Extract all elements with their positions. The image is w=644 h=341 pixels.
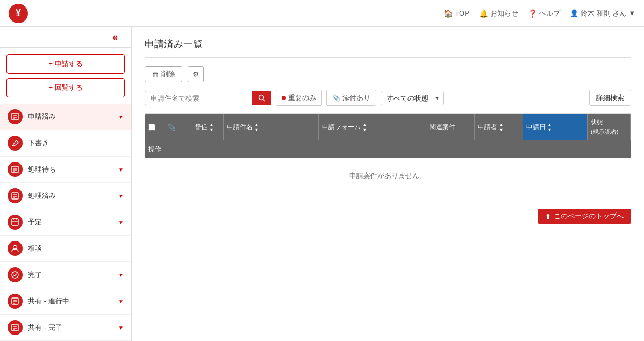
select-all-checkbox[interactable] <box>148 124 155 131</box>
sidebar-item-consult[interactable]: 相談 <box>0 236 131 262</box>
search-input-wrap <box>145 91 271 105</box>
important-dot-icon <box>282 96 286 100</box>
header-right: 🏠 TOP 🔔 お知らせ ❓ ヘルプ 👤 鈴木 和則 さん ▼ <box>443 9 635 18</box>
shared-progress-icon <box>8 294 23 309</box>
sidebar-item-draft-label: 下書き <box>28 138 124 148</box>
nav-help[interactable]: ❓ ヘルプ <box>528 9 560 18</box>
sidebar-collapse-button[interactable]: « <box>108 30 123 45</box>
table-body: 申請案件がありません。 <box>145 158 631 194</box>
status-select[interactable]: すべての状態 処理中 承認済み 差戻し 取下げ <box>381 91 444 105</box>
sidebar-item-pending[interactable]: 処理待ち ▼ <box>0 157 131 183</box>
action-label: 操作 <box>148 145 161 154</box>
user-menu[interactable]: 👤 鈴木 和則 さん ▼ <box>570 9 635 18</box>
sidebar-item-draft[interactable]: 下書き <box>0 130 131 157</box>
date-label: 申請日 <box>526 123 546 132</box>
sidebar-item-processed[interactable]: 処理済み ▼ <box>0 183 131 209</box>
home-icon: 🏠 <box>443 9 453 18</box>
sidebar-item-applied[interactable]: 申請済み ▼ <box>0 104 131 130</box>
sidebar-nav: 申請済み ▼ 下書き 処理待ち ▼ 処理済み <box>0 104 131 341</box>
sidebar-item-pending-label: 処理待ち <box>28 165 113 174</box>
sidebar-item-scheduled[interactable]: 予定 ▼ <box>0 209 131 236</box>
bell-icon: 🔔 <box>479 9 488 18</box>
sidebar-item-consult-label: 相談 <box>28 244 124 253</box>
shared-complete-icon <box>8 320 23 335</box>
settings-button[interactable]: ⚙ <box>188 66 204 82</box>
search-icon <box>258 94 266 102</box>
main-content: 申請済み一覧 🗑 削除 ⚙ <box>132 27 644 341</box>
sidebar: « + 申請する + 回覧する 申請済み ▼ 下書き <box>0 27 132 341</box>
th-related: 関連案件 <box>426 114 475 140</box>
search-input[interactable] <box>145 91 252 105</box>
date-sort-icon: ▲▼ <box>547 123 552 132</box>
question-icon: ❓ <box>528 9 537 18</box>
app-logo: ¥ <box>9 4 28 23</box>
title-divider <box>145 57 631 58</box>
processed-icon <box>8 188 23 203</box>
sidebar-item-complete[interactable]: 完了 ▼ <box>0 262 131 288</box>
name-label: 申請件名 <box>227 123 253 132</box>
table-header: 📎 督促 ▲▼ 申請件名 ▲▼ 申請フォーム ▲▼ 関連案件 <box>145 114 631 158</box>
form-label: 申請フォーム <box>322 123 361 132</box>
remind-sort-icon: ▲▼ <box>209 123 214 132</box>
applied-icon <box>8 109 23 124</box>
sidebar-item-shared-complete[interactable]: 共有 - 完了 ▼ <box>0 315 131 341</box>
nav-notifications-label: お知らせ <box>490 9 518 18</box>
pending-arrow-icon: ▼ <box>118 167 124 173</box>
back-to-top-link[interactable]: ⬆ このページのトップへ <box>538 209 631 224</box>
back-to-top-label: このページのトップへ <box>554 211 624 221</box>
applicant-label: 申請者 <box>478 123 497 132</box>
nav-notifications[interactable]: 🔔 お知らせ <box>479 9 518 18</box>
user-icon: 👤 <box>570 9 578 17</box>
shared-progress-arrow-icon: ▼ <box>118 299 124 304</box>
nav-top-label: TOP <box>455 9 469 17</box>
user-name: 鈴木 和則 さん <box>581 9 626 18</box>
svg-point-18 <box>12 272 18 278</box>
processed-arrow-icon: ▼ <box>118 193 124 199</box>
header: ¥ 🏠 TOP 🔔 お知らせ ❓ ヘルプ 👤 鈴木 和則 さん ▼ <box>0 0 644 27</box>
applicant-sort-icon: ▲▼ <box>499 123 504 132</box>
form-sort-icon: ▲▼ <box>362 123 367 132</box>
svg-line-28 <box>263 100 266 102</box>
important-only-label: 重要のみ <box>288 93 316 103</box>
important-only-button[interactable]: 重要のみ <box>276 90 322 106</box>
trash-icon: 🗑 <box>152 70 159 79</box>
applied-arrow-icon: ▼ <box>118 114 124 120</box>
th-date[interactable]: 申請日 ▲▼ <box>523 114 588 140</box>
detail-search-button[interactable]: 詳細検索 <box>589 90 631 106</box>
th-form[interactable]: 申請フォーム ▲▼ <box>319 114 426 140</box>
scheduled-arrow-icon: ▼ <box>118 219 124 225</box>
back-to-top-wrap: ⬆ このページのトップへ <box>145 209 631 224</box>
pending-icon <box>8 162 23 177</box>
scheduled-icon <box>8 215 23 230</box>
th-applicant[interactable]: 申請者 ▲▼ <box>475 114 523 140</box>
th-remind[interactable]: 督促 ▲▼ <box>191 114 224 140</box>
gear-icon: ⚙ <box>192 70 199 79</box>
back-to-top-icon: ⬆ <box>545 212 551 221</box>
search-bar: 重要のみ 📎 添付あり すべての状態 処理中 承認済み 差戻し 取下げ ▼ 詳細… <box>145 90 631 106</box>
status-label: 状態 <box>591 118 603 126</box>
sidebar-item-shared-progress[interactable]: 共有 - 進行中 ▼ <box>0 288 131 315</box>
sidebar-item-shared-progress-label: 共有 - 進行中 <box>28 296 113 306</box>
th-action: 操作 <box>145 140 164 158</box>
nav-help-label: ヘルプ <box>539 9 560 18</box>
complete-arrow-icon: ▼ <box>118 272 124 278</box>
delete-label: 削除 <box>161 69 175 79</box>
status-sublabel: (現承認者) <box>591 128 618 136</box>
search-button[interactable] <box>252 91 271 105</box>
consult-icon <box>8 241 23 256</box>
name-sort-icon: ▲▼ <box>254 123 259 132</box>
sidebar-header: « <box>0 27 131 48</box>
complete-icon <box>8 267 23 282</box>
sidebar-buttons: + 申請する + 回覧する <box>0 48 131 104</box>
status-select-wrap: すべての状態 処理中 承認済み 差戻し 取下げ ▼ <box>381 91 444 105</box>
table-divider <box>145 203 631 203</box>
has-attachment-label: 添付あり <box>342 93 370 103</box>
delete-button[interactable]: 🗑 削除 <box>145 66 182 82</box>
apply-button[interactable]: + 申請する <box>6 54 125 74</box>
has-attachment-button[interactable]: 📎 添付あり <box>326 90 376 106</box>
th-name[interactable]: 申請件名 ▲▼ <box>224 114 319 140</box>
attachment-clip-icon: 📎 <box>332 94 340 102</box>
attachment-header-icon: 📎 <box>168 124 176 131</box>
nav-top[interactable]: 🏠 TOP <box>443 9 469 18</box>
review-button[interactable]: + 回覧する <box>6 78 125 97</box>
